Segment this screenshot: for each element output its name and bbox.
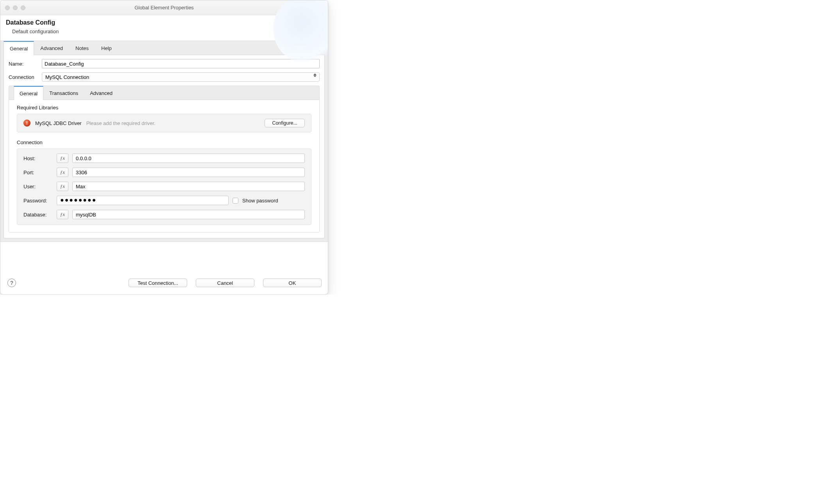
dialog-footer: ? Test Connection... Cancel OK [0, 273, 328, 294]
inner-tab-advanced[interactable]: Advanced [84, 86, 118, 100]
host-input[interactable] [72, 154, 305, 163]
window-title: Global Element Properties [0, 5, 328, 11]
password-row: Password: Show password [23, 196, 305, 205]
fx-button-host[interactable]: ƒx [57, 154, 68, 163]
show-password-checkbox[interactable] [232, 198, 238, 204]
required-libraries-title: Required Libraries [17, 105, 311, 111]
tab-advanced[interactable]: Advanced [34, 41, 69, 55]
tab-help[interactable]: Help [95, 41, 118, 55]
connection-select[interactable] [42, 72, 320, 82]
warning-icon: ! [23, 120, 30, 127]
connection-section-title: Connection [17, 139, 311, 145]
ok-button[interactable]: OK [263, 279, 322, 287]
port-label: Port: [23, 170, 53, 175]
name-row: Name: [9, 59, 320, 68]
test-connection-button[interactable]: Test Connection... [129, 279, 187, 287]
dialog-title: Database Config [6, 19, 322, 26]
inner-tab-transactions[interactable]: Transactions [43, 86, 84, 100]
dialog-header: Database Config Default configuration [0, 15, 328, 41]
cancel-button[interactable]: Cancel [196, 279, 254, 287]
zoom-window-icon[interactable] [21, 5, 25, 10]
titlebar: Global Element Properties [0, 0, 328, 15]
dialog-window: Global Element Properties Database Confi… [0, 0, 328, 295]
show-password-label: Show password [242, 198, 278, 204]
host-label: Host: [23, 155, 53, 161]
required-libraries-panel: ! MySQL JDBC Driver Please add the requi… [17, 114, 311, 132]
inner-tabs: General Transactions Advanced [9, 86, 319, 100]
fx-button-database[interactable]: ƒx [57, 210, 68, 219]
inner-tab-general[interactable]: General [14, 86, 43, 100]
close-window-icon[interactable] [5, 5, 10, 10]
port-input[interactable] [72, 168, 305, 177]
host-row: Host: ƒx [23, 154, 305, 163]
connection-select-wrap [42, 72, 320, 82]
connection-row: Connection [9, 72, 320, 82]
outer-tabs: General Advanced Notes Help [0, 41, 328, 55]
password-input[interactable] [57, 196, 229, 205]
database-input[interactable] [72, 210, 305, 219]
minimize-window-icon[interactable] [13, 5, 18, 10]
connection-fields-panel: Host: ƒx Port: ƒx User: ƒx [17, 148, 311, 225]
dialog-subtitle: Default configuration [12, 29, 322, 34]
body-spacer [0, 242, 328, 273]
name-label: Name: [9, 61, 38, 67]
tab-general[interactable]: General [4, 41, 34, 55]
inner-tab-panel: Required Libraries ! MySQL JDBC Driver P… [9, 100, 319, 232]
connection-config-panel: General Transactions Advanced Required L… [9, 86, 320, 232]
driver-name-label: MySQL JDBC Driver [35, 120, 82, 126]
help-icon[interactable]: ? [7, 279, 16, 287]
tab-notes[interactable]: Notes [69, 41, 95, 55]
database-label: Database: [23, 212, 53, 218]
user-row: User: ƒx [23, 182, 305, 191]
connection-label: Connection [9, 74, 38, 80]
outer-tab-panel: Name: Connection General Transact [4, 55, 325, 238]
name-input[interactable] [42, 59, 320, 68]
configure-driver-button[interactable]: Configure... [265, 119, 305, 127]
user-input[interactable] [72, 182, 305, 191]
fx-button-port[interactable]: ƒx [57, 168, 68, 177]
user-label: User: [23, 184, 53, 189]
database-row: Database: ƒx [23, 210, 305, 219]
driver-hint-label: Please add the required driver. [86, 120, 156, 126]
port-row: Port: ƒx [23, 168, 305, 177]
footer-buttons: Test Connection... Cancel OK [129, 279, 322, 287]
content-region: General Advanced Notes Help Name: Connec… [0, 41, 328, 242]
password-label: Password: [23, 198, 53, 204]
window-controls [5, 5, 25, 10]
fx-button-user[interactable]: ƒx [57, 182, 68, 191]
